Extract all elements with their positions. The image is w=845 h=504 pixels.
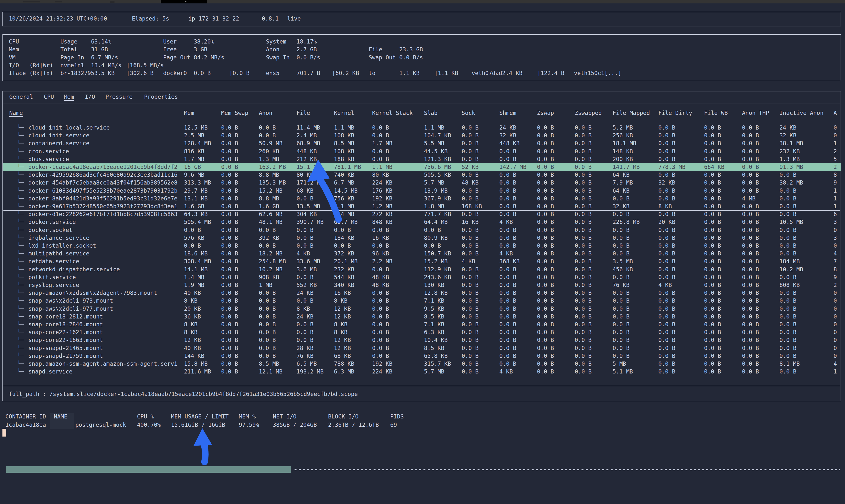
cell-value: 0.0 B	[499, 234, 516, 242]
cell-value: 2.2 MB	[372, 257, 392, 265]
cell-value: 0.0 B	[537, 226, 554, 234]
column-header-zswap[interactable]: Zswap	[537, 109, 554, 117]
column-header-name[interactable]: Name	[9, 109, 23, 117]
cell-value: 0.0 B	[704, 234, 721, 242]
horizontal-scrollbar-thumb[interactable]	[6, 466, 291, 473]
table-row[interactable]: └─cloud-init-local.service12.5 MB0.0 B0.…	[3, 124, 841, 131]
cell-value: 0.0 B	[742, 352, 759, 360]
table-row[interactable]: └─docker-d1ec228262e6f7bf7fd1bb8c7d53908…	[3, 210, 841, 218]
tree-branch-icon: └─	[17, 242, 24, 250]
horizontal-scrollbar-track[interactable]	[295, 469, 840, 470]
table-row[interactable]: └─snap-aws\x2dcli-977.mount20 KB0.0 B0.0…	[3, 305, 841, 312]
table-row[interactable]: └─lxd-installer.socket0.0 B0.0 B0.0 B0.0…	[3, 242, 841, 250]
active-window-tab[interactable]	[161, 0, 207, 3]
cell-value: 80.9 KB	[424, 234, 448, 242]
column-header-anon[interactable]: Anon	[259, 109, 272, 117]
strip-mark	[23, 1, 40, 2]
cell-name: irqbalance.service	[28, 234, 89, 242]
column-header-file-wb[interactable]: File WB	[704, 109, 728, 117]
table-row[interactable]: └─polkit.service1.4 MB0.0 B908 KB0.0 B54…	[3, 273, 841, 281]
cell-name: snap-core18-2812.mount	[28, 312, 103, 321]
column-header-mem-swap[interactable]: Mem Swap	[221, 109, 248, 117]
cell-value: 20 KB	[658, 218, 675, 226]
tab-mem[interactable]: Mem	[64, 93, 74, 101]
table-row[interactable]: └─snap-aws\x2dcli-973.mount8 KB0.0 B0.0 …	[3, 297, 841, 305]
table-row[interactable]: └─cron.service816 KB0.0 B260 KB448 KB108…	[3, 147, 841, 155]
table-row[interactable]: └─dbus.service1.7 MB0.0 B1.3 MB212 KB188…	[3, 155, 841, 163]
column-header-kernel[interactable]: Kernel	[334, 109, 354, 117]
cell-value: 0.0 B	[613, 242, 630, 250]
column-header-file[interactable]: File	[296, 109, 310, 117]
table-row[interactable]: └─snap-core18-2812.mount36 KB0.0 B0.0 B2…	[3, 312, 841, 321]
table-row[interactable]: └─irqbalance.service576 KB0.0 B392 KB0.0…	[3, 234, 841, 242]
table-row[interactable]: └─docker-454abf7c5ebaa8cc0a43f04f156ab38…	[3, 179, 841, 186]
tab-pressure[interactable]: Pressure	[105, 93, 133, 101]
column-header-zswapped[interactable]: Zswapped	[575, 109, 602, 117]
cell-value: 0.0 B	[742, 273, 759, 281]
table-row[interactable]: └─docker-1cabac4a18eaab715eace1201cb9b4f…	[3, 163, 841, 171]
cell-value: 0.0 B	[499, 266, 516, 273]
table-row[interactable]: └─cloud-init.service2.5 MB0.0 B0.0 B2.4 …	[3, 131, 841, 139]
terminal-cursor[interactable]	[2, 429, 6, 436]
tab-i-o[interactable]: I/O	[85, 93, 95, 101]
table-row[interactable]: └─docker.socket0.0 B0.0 B0.0 B0.0 B0.0 B…	[3, 226, 841, 234]
column-header-anon-thp[interactable]: Anon THP	[742, 109, 769, 117]
table-row[interactable]: └─docker-429592686ad3cfc460e80a92c3ee3ba…	[3, 171, 841, 179]
tree-branch-icon: └─	[17, 179, 24, 186]
cell-value: 0.0 B	[462, 367, 479, 375]
table-row[interactable]: └─snapd.service211.6 MB0.0 B12.1 MB193.2…	[3, 367, 841, 375]
column-header-kernel-stack[interactable]: Kernel Stack	[372, 109, 413, 117]
cell-value: 0.0 B	[575, 163, 591, 171]
cell-value: 193.2 MB	[296, 367, 324, 375]
stat-item: 84.2 MB/s	[194, 54, 224, 61]
tab-cpu[interactable]: CPU	[44, 93, 54, 101]
column-header-shmem[interactable]: Shmem	[499, 109, 516, 117]
cell-value: 272 KB	[372, 210, 392, 218]
tab-properties[interactable]: Properties	[144, 93, 178, 101]
table-row[interactable]: └─snap-core22-1663.mount12 KB0.0 B0.0 B0…	[3, 336, 841, 344]
stat-item: I/O	[9, 61, 19, 69]
cell-value: 8.5 KB	[424, 344, 444, 352]
cell-value: 9.5 KB	[424, 305, 444, 312]
table-row[interactable]: └─multipathd.service18.6 MB0.0 B18.2 MB4…	[3, 250, 841, 257]
docker-stats-header: CONTAINER ID	[5, 413, 46, 420]
cell-value: 0.0 B	[704, 312, 721, 321]
table-row[interactable]: └─docker.service505.4 MB0.0 B48.1 MB390.…	[3, 218, 841, 226]
cell-value: 40 KB	[184, 289, 201, 297]
table-row[interactable]: └─snap-core22-1621.mount8 KB0.0 B0.0 B0.…	[3, 328, 841, 336]
column-header-slab[interactable]: Slab	[424, 109, 437, 117]
cell-value: 778.3 MB	[658, 163, 686, 171]
table-row[interactable]: └─docker-61083d497f55e5233b70eae2873b790…	[3, 187, 841, 195]
table-row[interactable]: └─snap-amazon\x2dssm\x2dagent-7983.mount…	[3, 289, 841, 297]
column-header-inactive-anon[interactable]: Inactive Anon	[779, 109, 824, 117]
cell-value: 1.1 MB	[372, 163, 392, 171]
cell-name: docker-8abf04421d3a93f56291b5ed93c31d32e…	[28, 195, 177, 202]
column-header-mem[interactable]: Mem	[184, 109, 194, 117]
cell-value: 0.0 B	[742, 336, 759, 344]
cell-value: 10.4 KB	[424, 336, 448, 344]
table-row[interactable]: └─containerd.service128.4 MB0.0 B50.9 MB…	[3, 139, 841, 147]
cell-value: 0.0 B	[259, 321, 276, 328]
column-header-file-dirty[interactable]: File Dirty	[658, 109, 692, 117]
tab-general[interactable]: General	[9, 93, 33, 101]
table-row[interactable]: └─snap-snapd-21465.mount40 KB0.0 B0.0 B2…	[3, 344, 841, 352]
cell-value: 0.0 B	[221, 210, 238, 218]
cell-value: 144 KB	[184, 352, 204, 360]
column-header-a[interactable]: A	[833, 109, 837, 117]
table-row[interactable]: └─snap-snapd-21759.mount144 KB0.0 B0.0 B…	[3, 352, 841, 360]
table-row[interactable]: └─snap-core18-2846.mount8 KB0.0 B0.0 B0.…	[3, 321, 841, 328]
table-row[interactable]: └─rsyslog.service1.9 MB0.0 B1 MB552 KB34…	[3, 281, 841, 289]
cell-value: 0.0 B	[575, 352, 591, 360]
column-header-file-mapped[interactable]: File Mapped	[613, 109, 650, 117]
cell-value: 12 KB	[334, 305, 351, 312]
table-row[interactable]: └─snap.amazon-ssm-agent.amazon-ssm-agent…	[3, 360, 841, 367]
column-header-sock[interactable]: Sock	[462, 109, 475, 117]
cell-value: 0.0 B	[575, 210, 591, 218]
cell-value: 0.0 B	[742, 328, 759, 336]
cell-value: 0.0 B	[658, 312, 675, 321]
table-row[interactable]: └─netdata.service308.4 MB0.0 B254.8 MB33…	[3, 257, 841, 265]
table-row[interactable]: └─docker-9a617b537248550c65b7923f27293dc…	[3, 202, 841, 210]
cell-value: 0.0 B	[537, 131, 554, 139]
table-row[interactable]: └─docker-8abf04421d3a93f56291b5ed93c31d3…	[3, 195, 841, 202]
table-row[interactable]: └─networkd-dispatcher.service14.1 MB0.0 …	[3, 266, 841, 273]
